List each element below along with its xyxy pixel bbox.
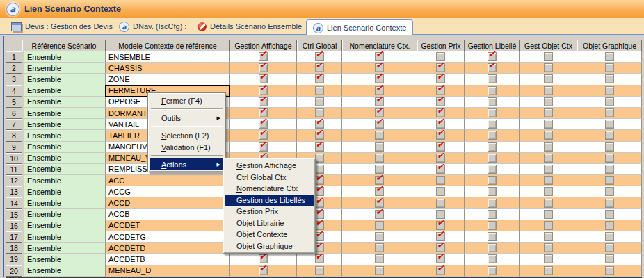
column-header-gestion-prix[interactable]: Gestion Prix [417,40,465,51]
objet-graphique-checkbox[interactable] [605,221,614,230]
ref-scenario-cell[interactable]: Ensemble [22,220,106,231]
nomenclature-ctx-checkbox[interactable] [375,154,384,163]
nomenclature-ctx-checkbox[interactable]: ✔ [375,210,384,219]
menu-item-objet-contexte[interactable]: Objet Contexte [225,229,314,240]
gestion-libelle-checkbox[interactable] [488,131,497,140]
nomenclature-ctx-checkbox[interactable] [375,131,384,140]
gestion-prix-checkbox[interactable] [436,52,445,61]
gestion-libelle-checkbox[interactable] [488,187,497,196]
menu-item-gestion-des-libelles[interactable]: Gestion des Libellés [225,195,314,206]
ref-scenario-cell[interactable]: Ensemble [22,254,106,265]
modele-contexte-cell[interactable]: MENEAU_D [106,265,230,277]
ref-scenario-cell[interactable]: Ensemble [22,153,106,164]
ref-scenario-cell[interactable]: Ensemble [22,243,106,254]
nomenclature-ctx-checkbox[interactable] [375,221,384,230]
row-number-button[interactable]: 3 [6,74,22,85]
gestion-prix-checkbox[interactable]: ✔ [436,243,445,252]
objet-graphique-checkbox[interactable] [605,187,614,196]
gestion-libelle-checkbox[interactable] [488,165,497,174]
row-number-button[interactable]: 11 [6,164,22,175]
nomenclature-ctx-checkbox[interactable]: ✔ [375,74,384,83]
menu-item-gestion-affichage[interactable]: Gestion Affichage [225,160,314,172]
gestion-prix-checkbox[interactable]: ✔ [436,97,445,106]
objet-graphique-checkbox[interactable] [605,74,614,83]
gest-objet-ctx-checkbox[interactable] [544,154,553,163]
ctrl-global-checkbox[interactable]: ✔ [315,210,324,219]
ctrl-global-checkbox[interactable]: ✔ [315,142,324,152]
gestion-libelle-checkbox[interactable] [488,210,497,219]
menu-item-objet-graphique[interactable]: Objet Graphique [225,240,314,252]
gestion-prix-checkbox[interactable]: ✔ [436,165,445,174]
gest-objet-ctx-checkbox[interactable] [544,266,553,275]
tab-details-scenario-ensemble[interactable]: Détails Scénario Ensemble [198,18,302,35]
objet-graphique-checkbox[interactable] [605,254,614,263]
gestion-prix-checkbox[interactable] [436,210,445,219]
window-titlebar[interactable]: a Lien Scenario Contexte [0,0,644,18]
tab-devis-gestion-des-devis[interactable]: Devis : Gestion des Devis [11,18,113,35]
column-header-rownum[interactable] [6,40,22,51]
gestion-libelle-checkbox[interactable] [488,266,497,275]
modele-contexte-cell[interactable]: ACCG [106,186,230,197]
ref-scenario-cell[interactable]: Ensemble [22,74,106,85]
ref-scenario-cell[interactable]: Ensemble [22,186,106,197]
ref-scenario-cell[interactable]: Ensemble [22,51,106,63]
menu-item-validation-f1[interactable]: Validation (F1) [150,141,224,153]
row-number-button[interactable]: 16 [6,220,22,231]
gest-objet-ctx-checkbox[interactable] [544,199,553,208]
gestion-affichage-checkbox[interactable]: ✔ [259,52,268,61]
gestion-prix-checkbox[interactable]: ✔ [436,131,445,140]
ref-scenario-cell[interactable]: Ensemble [22,164,106,175]
objet-graphique-checkbox[interactable] [605,131,614,140]
gestion-prix-checkbox[interactable] [436,176,445,185]
gestion-prix-checkbox[interactable]: ✔ [436,63,445,72]
ref-scenario-cell[interactable]: Ensemble [22,265,106,277]
menu-item-selection-f2[interactable]: Sélection (F2) [150,129,224,141]
nomenclature-ctx-checkbox[interactable]: ✔ [375,97,384,106]
gestion-prix-checkbox[interactable] [436,187,445,196]
menu-item-fermer-f4[interactable]: Fermer (F4) [150,95,224,106]
gestion-libelle-checkbox[interactable]: ✔ [488,63,497,72]
gest-objet-ctx-checkbox[interactable] [544,74,553,83]
ctrl-global-checkbox[interactable]: ✔ [315,52,324,61]
gestion-prix-checkbox[interactable]: ✔ [436,86,445,95]
objet-graphique-checkbox[interactable] [605,142,614,152]
gest-objet-ctx-checkbox[interactable] [544,142,553,152]
nomenclature-ctx-checkbox[interactable] [375,254,384,263]
gestion-prix-checkbox[interactable]: ✔ [436,154,445,163]
column-header-gestion-libelle[interactable]: Gestion Libellé [465,40,520,51]
row-number-button[interactable]: 20 [6,265,22,277]
row-number-button[interactable]: 4 [6,85,22,97]
row-number-button[interactable]: 19 [6,254,22,265]
row-number-button[interactable]: 17 [6,231,22,243]
gestion-prix-checkbox[interactable]: ✔ [436,74,445,83]
row-number-button[interactable]: 9 [6,142,22,153]
gest-objet-ctx-checkbox[interactable] [544,165,553,174]
modele-contexte-cell[interactable]: ACCDET [106,220,230,231]
nomenclature-ctx-checkbox[interactable]: ✔ [375,199,384,208]
modele-contexte-cell[interactable]: ACC [106,175,230,186]
gest-objet-ctx-checkbox[interactable] [544,221,553,230]
ref-scenario-cell[interactable]: Ensemble [22,97,106,108]
ref-scenario-cell[interactable]: Ensemble [22,175,106,186]
gest-objet-ctx-checkbox[interactable] [544,120,553,129]
column-header-objet-graphique[interactable]: Objet Graphique [577,40,642,51]
gestion-affichage-checkbox[interactable]: ✔ [259,254,268,263]
ctrl-global-checkbox[interactable]: ✔ [315,221,324,230]
gestion-affichage-checkbox[interactable]: ✔ [259,86,268,95]
column-header-gest-objet-ctx[interactable]: Gest Objet Ctx [520,40,577,51]
ctrl-global-checkbox[interactable] [315,108,324,117]
gestion-prix-checkbox[interactable] [436,199,445,208]
gest-objet-ctx-checkbox[interactable] [544,232,553,241]
objet-graphique-checkbox[interactable] [605,232,614,241]
modele-contexte-cell[interactable]: ENSEMBLE [106,51,230,63]
menu-item-ctrl-global-ctx[interactable]: Ctrl Global Ctx [225,172,314,183]
gest-objet-ctx-checkbox[interactable] [544,243,553,252]
ctrl-global-checkbox[interactable] [315,86,324,95]
ctrl-global-checkbox[interactable] [315,97,324,106]
gestion-libelle-checkbox[interactable] [488,176,497,185]
objet-graphique-checkbox[interactable] [605,63,614,72]
column-header-gestion-affichage[interactable]: Gestion Affichage [230,40,297,51]
nomenclature-ctx-checkbox[interactable] [375,266,384,275]
gestion-prix-checkbox[interactable]: ✔ [436,266,445,275]
gest-objet-ctx-checkbox[interactable] [544,52,553,61]
